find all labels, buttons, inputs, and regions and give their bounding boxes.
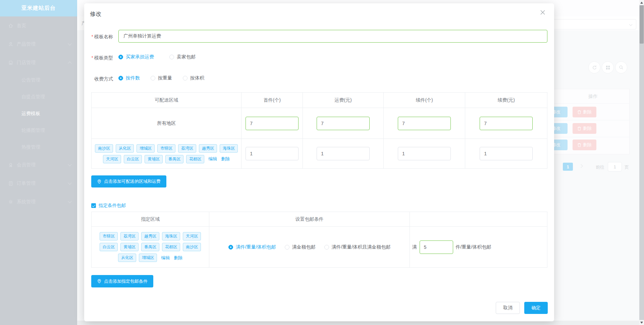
- close-icon[interactable]: [538, 8, 547, 17]
- region-tag[interactable]: 从化区: [116, 144, 134, 153]
- region-tag[interactable]: 荔湾区: [120, 232, 139, 240]
- radio-by-piece[interactable]: 按件数: [118, 75, 140, 81]
- shipping-regions-table: 可配送区域 首件(个) 运费(元) 续件(个) 续费(元) 所有地区 南沙区从化…: [91, 92, 547, 169]
- additional-fee-input[interactable]: [480, 117, 533, 130]
- additional-piece-input[interactable]: [398, 147, 451, 160]
- region-tag[interactable]: 从化区: [118, 254, 136, 262]
- region-tag[interactable]: 市辖区: [100, 232, 118, 240]
- first-piece-input[interactable]: [246, 117, 299, 130]
- radio-piece-and-amount[interactable]: 满件/重量/体积且满金额包邮: [324, 244, 391, 250]
- region-tag[interactable]: 白云区: [100, 243, 118, 251]
- edit-regions-link[interactable]: 编辑: [161, 255, 170, 261]
- sidebar-item-home[interactable]: 首页: [0, 16, 77, 35]
- required-asterisk: *: [92, 34, 93, 39]
- region-tag[interactable]: 海珠区: [220, 144, 238, 153]
- confirm-button[interactable]: 确定: [524, 302, 548, 314]
- region-tag[interactable]: 天河区: [183, 232, 201, 240]
- sidebar-item-shipping-templates[interactable]: 运费模板: [0, 105, 77, 122]
- region-tag-group: 从化区增城区: [118, 254, 157, 262]
- pagination-goto-input[interactable]: [608, 162, 622, 171]
- sidebar-item-pickup-points[interactable]: 自提点管理: [0, 89, 77, 105]
- scrollbar-thumb[interactable]: [640, 5, 644, 44]
- region-tag[interactable]: 白云区: [124, 155, 142, 163]
- sidebar-item-carousel[interactable]: 轮播图管理: [0, 122, 77, 139]
- region-tag-line: 从化区增城区 编辑 删除: [118, 254, 182, 262]
- radio-unselected-icon: [285, 245, 289, 250]
- edit-regions-link[interactable]: 编辑: [208, 156, 217, 162]
- region-tag[interactable]: 番禺区: [165, 155, 183, 163]
- dialog-title: 修改: [90, 10, 101, 18]
- region-tag-line: 市辖区荔湾区越秀区海珠区天河区: [100, 232, 201, 240]
- region-tag[interactable]: 黄埔区: [120, 243, 139, 251]
- triangle-down-icon: [640, 322, 643, 324]
- scrollbar-up-arrow[interactable]: [639, 0, 644, 5]
- row-delete-button[interactable]: 删除: [573, 107, 596, 117]
- template-name-input[interactable]: [118, 30, 547, 43]
- shipping-fee-input[interactable]: [317, 117, 370, 130]
- document-icon: [8, 181, 13, 186]
- sidebar-item-members[interactable]: 会员管理: [0, 156, 77, 174]
- map-pin-icon: [97, 179, 102, 184]
- gear-icon: [8, 199, 13, 205]
- region-tag[interactable]: 增城区: [137, 144, 155, 153]
- search-button[interactable]: [615, 61, 627, 73]
- additional-piece-input[interactable]: [398, 117, 451, 130]
- radio-buyer-pays[interactable]: 买家承担运费: [118, 54, 154, 60]
- column-settings-button[interactable]: [602, 61, 614, 73]
- additional-fee-input[interactable]: [480, 147, 533, 160]
- region-tag[interactable]: 越秀区: [199, 144, 217, 153]
- region-tag[interactable]: 天河区: [103, 155, 121, 163]
- radio-amount[interactable]: 满金额包邮: [285, 244, 316, 250]
- radio-by-volume[interactable]: 按体积: [183, 75, 204, 81]
- template-name-label: *模板名称: [90, 34, 113, 40]
- region-tag[interactable]: 市辖区: [157, 144, 175, 153]
- sidebar-item-products[interactable]: 产品管理: [0, 35, 77, 53]
- scrollbar-down-arrow[interactable]: [639, 320, 644, 325]
- add-free-shipping-condition-button[interactable]: 点击添加指定包邮条件: [91, 275, 153, 287]
- table-row-all-areas: 所有地区: [92, 108, 547, 139]
- area-all-regions: 所有地区: [157, 120, 176, 126]
- chevron-down-icon: [68, 162, 71, 166]
- conditional-free-shipping-label[interactable]: 指定条件包邮: [99, 203, 126, 209]
- region-tag[interactable]: 南沙区: [95, 144, 113, 153]
- region-tag[interactable]: 花都区: [186, 155, 204, 163]
- region-tag[interactable]: 番禺区: [141, 243, 159, 251]
- sidebar-item-label: 运费模板: [21, 111, 40, 117]
- radio-selected-icon: [118, 55, 123, 59]
- sidebar-item-announcements[interactable]: 公告管理: [0, 72, 77, 89]
- delete-regions-link[interactable]: 删除: [174, 255, 182, 261]
- radio-unselected-icon: [324, 245, 329, 250]
- radio-by-weight[interactable]: 按重量: [151, 75, 172, 81]
- sidebar-item-system[interactable]: 系统管理: [0, 193, 77, 211]
- radio-seller-free[interactable]: 卖家包邮: [169, 54, 196, 60]
- sidebar-item-hot-search[interactable]: 热搜管理: [0, 139, 77, 156]
- first-piece-input[interactable]: [246, 147, 299, 160]
- region-tag[interactable]: 荔湾区: [178, 144, 196, 153]
- region-tag[interactable]: 增城区: [139, 254, 157, 262]
- sidebar-item-orders[interactable]: 订单管理: [0, 174, 77, 193]
- checkbox-checked-icon[interactable]: [91, 203, 96, 208]
- delete-regions-link[interactable]: 删除: [221, 156, 230, 162]
- sidebar-item-label: 系统管理: [17, 199, 68, 205]
- chevron-down-icon: [68, 181, 71, 184]
- region-tag[interactable]: 南沙区: [183, 243, 201, 251]
- radio-piece-weight-volume[interactable]: 满件/重量/体积包邮: [228, 244, 276, 250]
- row-delete-button[interactable]: 删除: [573, 140, 596, 150]
- sidebar-item-stores[interactable]: 门店管理: [0, 53, 77, 72]
- region-tag[interactable]: 海珠区: [162, 232, 180, 240]
- cancel-button[interactable]: 取消: [496, 302, 520, 314]
- vertical-scrollbar[interactable]: [639, 0, 644, 325]
- shipping-fee-input[interactable]: [317, 147, 370, 160]
- sidebar-item-label: 门店管理: [17, 60, 68, 66]
- row-delete-button[interactable]: 删除: [573, 123, 596, 134]
- threshold-input[interactable]: [420, 240, 453, 254]
- region-tag[interactable]: 黄埔区: [145, 155, 163, 163]
- region-tag[interactable]: 越秀区: [141, 232, 159, 240]
- pagination-page-1[interactable]: 1: [563, 163, 573, 171]
- add-delivery-region-button[interactable]: 点击添加可配送的区域和运费: [91, 175, 166, 187]
- region-tag[interactable]: 花都区: [162, 243, 180, 251]
- sidebar-item-label: 会员管理: [17, 162, 68, 168]
- refresh-button[interactable]: [588, 61, 600, 73]
- fee-method-radio-group: 按件数 按重量 按体积: [118, 75, 204, 81]
- region-tag-line: 天河区白云区黄埔区番禺区花都区 编辑 删除: [103, 155, 230, 163]
